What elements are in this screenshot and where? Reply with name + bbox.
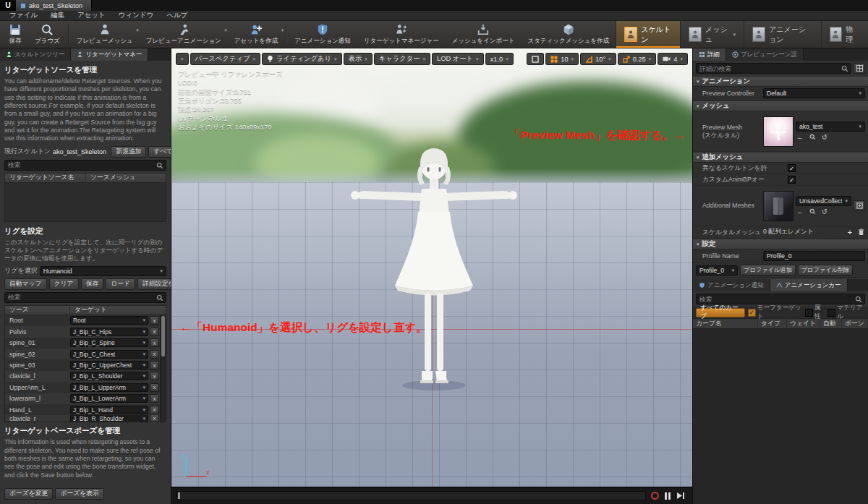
search-input[interactable]	[8, 294, 154, 301]
bone-clear-button[interactable]: x	[150, 328, 159, 336]
camera-speed-button[interactable]: 4▾	[658, 53, 688, 65]
bone-list-scrollbar[interactable]	[160, 315, 166, 422]
mode-physics[interactable]: 物理	[821, 21, 866, 48]
chevron-down-icon[interactable]: ▾	[224, 27, 227, 33]
search-input[interactable]	[699, 65, 839, 72]
tab-preview-scene[interactable]: プレビューシーン設	[726, 48, 804, 61]
column-target[interactable]: ターゲット	[70, 306, 166, 315]
record-button[interactable]	[651, 492, 659, 500]
clear-button[interactable]: クリア	[49, 278, 79, 290]
bone-clear-button[interactable]: x	[150, 415, 159, 422]
details-search[interactable]	[696, 63, 851, 74]
bone-map-row[interactable]: Hand_L J_Bip_L_Hand▾ x	[5, 404, 166, 415]
bone-clear-button[interactable]: x	[150, 338, 159, 347]
delete-profile-button[interactable]: プロファイル削除	[798, 265, 854, 276]
viewport-options-button[interactable]: ▾	[176, 53, 189, 65]
character-dropdown[interactable]: キャラクター▾	[374, 53, 430, 65]
bone-target-dropdown[interactable]: Root▾	[70, 316, 148, 325]
save-button[interactable]: 保存	[2, 21, 28, 48]
mode-skeleton[interactable]: スケルトン	[616, 21, 680, 48]
bone-clear-button[interactable]: x	[150, 361, 159, 370]
playback-speed-dropdown[interactable]: x1.0▾	[485, 53, 514, 65]
bone-clear-button[interactable]: x	[150, 383, 159, 392]
retarget-manager-button[interactable]: リターゲットマネージャー	[357, 21, 446, 48]
menu-file[interactable]: ファイル	[3, 11, 44, 20]
browse-button[interactable]: ブラウズ	[28, 21, 67, 48]
profile-name-input[interactable]: Profile_0	[763, 251, 865, 261]
save-rig-button[interactable]: 保存	[81, 278, 104, 290]
column-source-mesh[interactable]: ソースメッシュ	[86, 174, 166, 182]
maximize-viewport-button[interactable]	[527, 53, 544, 65]
filter-all-curves-button[interactable]: すべてのカーブ	[696, 308, 745, 317]
grid-snap-button[interactable]: 10▾	[545, 53, 579, 65]
custom-animbp-checkbox[interactable]: ✓	[788, 176, 796, 184]
add-new-button[interactable]: 新規追加	[111, 146, 146, 158]
modify-pose-button[interactable]: ポーズを変更	[4, 488, 53, 500]
section-animation[interactable]: ▾アニメーション	[693, 76, 868, 87]
add-element-icon[interactable]: ＋	[846, 228, 854, 236]
preview-viewport[interactable]: ▾ パースペクティブ▾ ライティングあり▾ 表示▾ キャラクター▾ LOD オー…	[171, 48, 692, 504]
bone-map-row[interactable]: Root Root▾ x	[5, 315, 166, 326]
add-profile-button[interactable]: プロファイル追加	[740, 265, 796, 276]
bone-clear-button[interactable]: x	[150, 394, 159, 403]
bone-target-dropdown[interactable]: J_Bip_C_UpperChest▾	[70, 361, 148, 370]
additional-meshes-thumbnail[interactable]	[763, 191, 793, 221]
new-asset-icon[interactable]	[854, 200, 865, 211]
timeline-track[interactable]	[176, 491, 646, 500]
tab-details[interactable]: 詳細	[693, 48, 726, 61]
load-rig-button[interactable]: ロード	[106, 278, 135, 290]
column-source[interactable]: ソース	[5, 306, 70, 315]
use-selected-asset-icon[interactable]: ←	[796, 133, 804, 142]
lighting-dropdown[interactable]: ライティングあり▾	[262, 53, 342, 65]
tab-anim-notifies[interactable]: アニメーション通知	[693, 279, 770, 291]
column-bone[interactable]: ボーン	[842, 320, 868, 328]
bone-target-dropdown[interactable]: J_Bip_L_Shoulder▾	[70, 372, 148, 380]
step-forward-button[interactable]	[676, 492, 685, 500]
menu-help[interactable]: ヘルプ	[160, 11, 194, 20]
allow-different-skeleton-checkbox[interactable]: ✓	[788, 164, 796, 172]
chevron-down-icon[interactable]: ▾	[281, 27, 284, 33]
preview-mesh-thumbnail[interactable]	[763, 116, 793, 147]
bone-clear-button[interactable]: x	[150, 372, 159, 380]
bone-map-row[interactable]: lowerarm_l J_Bip_L_LowerArm▾ x	[5, 393, 166, 404]
refresh-all-button[interactable]: すべて更新	[148, 146, 171, 158]
additional-meshes-dropdown[interactable]: UnsavedCollectio▾	[796, 196, 851, 206]
view-pose-button[interactable]: ポーズを表示	[55, 488, 103, 500]
column-type[interactable]: タイプ	[758, 320, 787, 328]
rig-select-dropdown[interactable]: Humanoid ▾	[40, 266, 166, 276]
column-curve-name[interactable]: カーブ名	[693, 320, 758, 328]
bone-map-search[interactable]	[4, 292, 166, 303]
perspective-dropdown[interactable]: パースペクティブ▾	[190, 53, 260, 65]
show-dropdown[interactable]: 表示▾	[344, 53, 373, 65]
pause-button[interactable]	[665, 492, 671, 500]
scrollbar-thumb[interactable]	[161, 316, 165, 356]
preview-controller-dropdown[interactable]: Default▾	[763, 88, 865, 98]
menu-window[interactable]: ウィンドウ	[112, 11, 161, 20]
bone-clear-button[interactable]: x	[150, 316, 159, 325]
mode-mesh[interactable]: メッシュ ▾	[680, 21, 744, 48]
bone-clear-button[interactable]: x	[150, 350, 159, 359]
import-mesh-button[interactable]: メッシュをインポート	[446, 21, 522, 48]
bone-target-dropdown[interactable]: J_Bip_L_Hand▾	[70, 406, 148, 414]
menu-edit[interactable]: 編集	[44, 11, 71, 20]
attributes-checkbox[interactable]	[805, 309, 813, 317]
bone-target-dropdown[interactable]: J_Bip_C_Spine▾	[70, 338, 148, 347]
auto-map-button[interactable]: 自動マップ	[4, 278, 47, 290]
reset-to-default-icon[interactable]: ↺	[820, 208, 829, 216]
profile-select-dropdown[interactable]: Profile_0▾	[696, 265, 738, 276]
bone-target-dropdown[interactable]: J_Bip_L_UpperArm▾	[70, 383, 148, 392]
bone-map-row[interactable]: spine_02 J_Bip_C_Chest▾ x	[5, 349, 166, 359]
bone-map-row[interactable]: spine_03 J_Bip_C_UpperChest▾ x	[5, 359, 166, 370]
bone-clear-button[interactable]: x	[150, 406, 159, 414]
section-mesh[interactable]: ▾メッシュ	[693, 101, 868, 111]
search-input[interactable]	[8, 161, 154, 168]
scale-snap-button[interactable]: 0.25▾	[618, 53, 657, 65]
tab-anim-curves[interactable]: アニメーションカー	[770, 279, 848, 291]
bone-map-row[interactable]: clavicle_l J_Bip_L_Shoulder▾ x	[5, 371, 166, 382]
rotation-snap-button[interactable]: 10°▾	[580, 53, 616, 65]
bone-target-dropdown[interactable]: J_Bip_L_LowerArm▾	[70, 394, 148, 403]
browse-to-asset-icon[interactable]	[808, 133, 817, 142]
create-asset-button[interactable]: アセットを作成 ▾	[228, 21, 285, 48]
curve-table-body[interactable]	[693, 329, 868, 504]
column-weight[interactable]: ウェイト	[787, 320, 820, 328]
